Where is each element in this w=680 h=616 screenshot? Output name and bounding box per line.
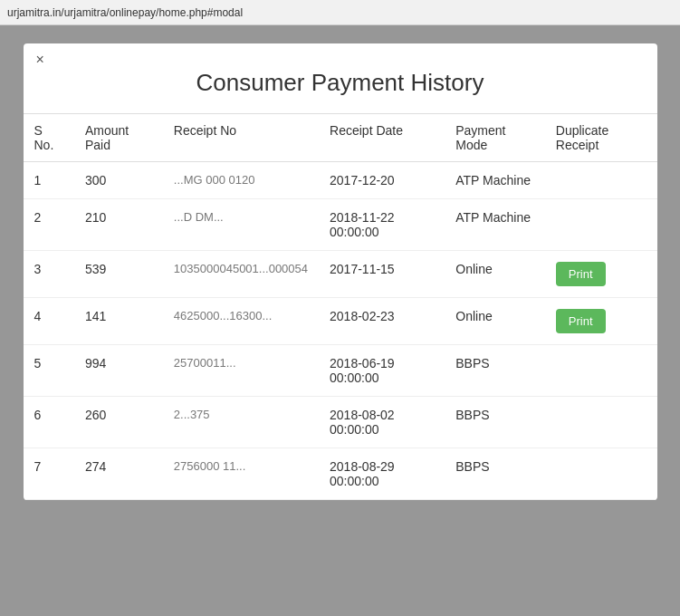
- cell-duplicate-receipt: [545, 345, 657, 397]
- cell-sno: 3: [24, 251, 74, 298]
- close-button[interactable]: ×: [36, 53, 44, 67]
- table-row: 35391035000045001...0000542017-11-15Onli…: [24, 251, 657, 298]
- table-row: 41414625000...16300...2018-02-23OnlinePr…: [24, 298, 657, 345]
- cell-sno: 7: [24, 448, 74, 500]
- url-text: urjamitra.in/urjamitra/onlinepay/home.ph…: [7, 6, 243, 19]
- header-receipt-no: Receipt No: [163, 114, 319, 162]
- cell-duplicate-receipt: [545, 162, 657, 199]
- table-row: 599425700011...2018-06-19 00:00:00BBPS: [24, 345, 657, 397]
- cell-receipt-date: 2017-11-15: [319, 251, 445, 298]
- cell-amount-paid: 210: [74, 199, 163, 251]
- cell-sno: 4: [24, 298, 74, 345]
- cell-receipt-no: ...MG 000 0120: [163, 162, 319, 199]
- cell-receipt-date: 2018-08-02 00:00:00: [319, 397, 445, 448]
- cell-receipt-date: 2018-06-19 00:00:00: [319, 345, 445, 397]
- cell-receipt-no: ...D DM...: [163, 199, 319, 251]
- cell-receipt-date: 2018-11-22 00:00:00: [319, 199, 445, 251]
- cell-receipt-no: 2756000 11...: [163, 448, 319, 500]
- cell-amount-paid: 260: [74, 397, 163, 448]
- cell-payment-mode: ATP Machine: [445, 199, 545, 251]
- cell-receipt-date: 2018-02-23: [319, 298, 445, 345]
- cell-receipt-no: 25700011...: [163, 345, 319, 397]
- modal-title: Consumer Payment History: [24, 43, 657, 113]
- cell-receipt-date: 2017-12-20: [319, 162, 445, 199]
- header-sno: S No.: [24, 114, 74, 162]
- table-row: 2210...D DM...2018-11-22 00:00:00ATP Mac…: [24, 199, 657, 251]
- cell-duplicate-receipt: [545, 448, 657, 500]
- table-header-row: S No. Amount Paid Receipt No Receipt Dat…: [24, 114, 657, 162]
- cell-payment-mode: BBPS: [445, 345, 545, 397]
- address-bar: urjamitra.in/urjamitra/onlinepay/home.ph…: [0, 0, 680, 25]
- modal-overlay: × Consumer Payment History S No. Amount …: [0, 25, 680, 616]
- table-row: 1300...MG 000 01202017-12-20ATP Machine: [24, 162, 657, 199]
- table-row: 62602...3752018-08-02 00:00:00BBPS: [24, 397, 657, 448]
- table-container: S No. Amount Paid Receipt No Receipt Dat…: [24, 113, 657, 500]
- header-amount-paid: Amount Paid: [74, 114, 163, 162]
- cell-amount-paid: 300: [74, 162, 163, 199]
- cell-sno: 6: [24, 397, 74, 448]
- cell-amount-paid: 994: [74, 345, 163, 397]
- header-duplicate-receipt: Duplicate Receipt: [545, 114, 657, 162]
- cell-payment-mode: ATP Machine: [445, 162, 545, 199]
- print-button[interactable]: Print: [556, 262, 606, 286]
- cell-receipt-no: 4625000...16300...: [163, 298, 319, 345]
- modal-dialog: × Consumer Payment History S No. Amount …: [24, 43, 657, 500]
- cell-amount-paid: 274: [74, 448, 163, 500]
- cell-amount-paid: 539: [74, 251, 163, 298]
- cell-sno: 1: [24, 162, 74, 199]
- cell-duplicate-receipt[interactable]: Print: [545, 251, 657, 298]
- payment-history-table: S No. Amount Paid Receipt No Receipt Dat…: [24, 113, 657, 500]
- cell-duplicate-receipt[interactable]: Print: [545, 298, 657, 345]
- cell-amount-paid: 141: [74, 298, 163, 345]
- cell-sno: 2: [24, 199, 74, 251]
- table-row: 72742756000 11...2018-08-29 00:00:00BBPS: [24, 448, 657, 500]
- header-receipt-date: Receipt Date: [319, 114, 445, 162]
- cell-receipt-no: 2...375: [163, 397, 319, 448]
- print-button[interactable]: Print: [556, 309, 606, 333]
- cell-sno: 5: [24, 345, 74, 397]
- cell-receipt-no: 1035000045001...000054: [163, 251, 319, 298]
- cell-duplicate-receipt: [545, 199, 657, 251]
- cell-payment-mode: BBPS: [445, 397, 545, 448]
- cell-receipt-date: 2018-08-29 00:00:00: [319, 448, 445, 500]
- cell-payment-mode: BBPS: [445, 448, 545, 500]
- cell-duplicate-receipt: [545, 397, 657, 448]
- cell-payment-mode: Online: [445, 298, 545, 345]
- cell-payment-mode: Online: [445, 251, 545, 298]
- header-payment-mode: Payment Mode: [445, 114, 545, 162]
